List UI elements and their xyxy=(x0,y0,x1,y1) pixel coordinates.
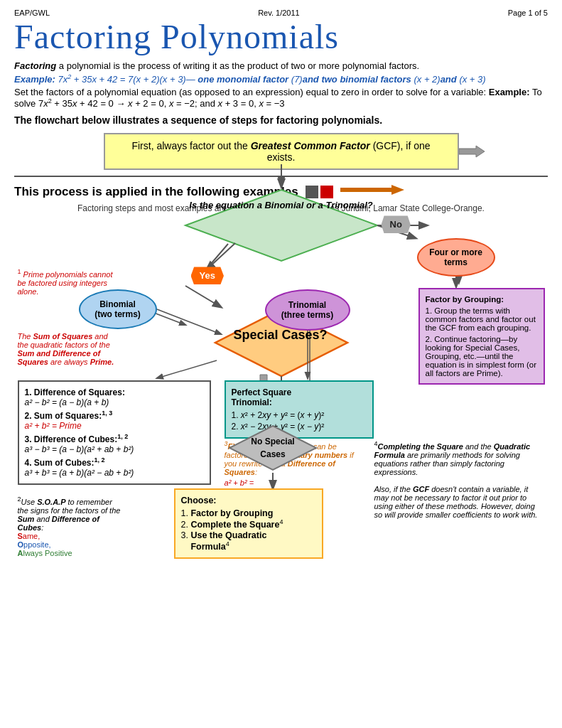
page-title: Factoring Polynomials xyxy=(14,18,548,56)
example-eq: 7x2 + 35x + 42 = 7(x + 2)(x + 3)— one mo… xyxy=(58,74,485,85)
gcf-arrow xyxy=(459,143,485,160)
bottom-section: This process is applied in the following… xyxy=(14,176,548,213)
factor-by-grouping-box: Factor by Grouping: 1. Group the terms w… xyxy=(418,288,545,385)
binomial-ellipse: Binomial(two terms) xyxy=(79,289,157,329)
svg-marker-23 xyxy=(340,185,404,195)
set-line: Set the factors of a polynomial equation… xyxy=(14,87,548,109)
svg-line-21 xyxy=(157,360,217,378)
bottom-note: Factoring steps and most examples are ad… xyxy=(14,203,548,213)
svg-line-5 xyxy=(185,286,221,307)
four-or-more-box: Four or moreterms xyxy=(417,238,495,277)
bottom-arrow xyxy=(340,183,404,200)
svg-marker-0 xyxy=(459,146,485,157)
no-label: No xyxy=(382,215,411,233)
yes-label: Yes xyxy=(191,267,224,284)
header-right: Page 1 of 5 xyxy=(508,9,548,17)
no-special-cases: No Special Cases xyxy=(227,423,319,473)
gcf-box: First, always factor out the Greatest Co… xyxy=(104,133,459,170)
example-line: Example: 7x2 + 35x + 42 = 7(x + 2)(x + 3… xyxy=(14,73,548,85)
intro-rest: a polynomial is the process of writing i… xyxy=(56,60,419,71)
svg-text:Cases: Cases xyxy=(260,449,286,459)
trinomial-ellipse: Trinomial(three terms) xyxy=(265,289,350,331)
header-center: Rev. 1/2011 xyxy=(258,9,300,17)
special-cases-label: Special Cases? xyxy=(221,328,340,343)
choose-box: Choose: 1. Factor by Grouping 2. Complet… xyxy=(174,488,323,558)
bottom-title: This process is applied in the following… xyxy=(14,183,548,200)
color-blocks xyxy=(306,186,333,198)
header: EAP/GWL Rev. 1/2011 Page 1 of 5 xyxy=(14,9,548,17)
flowchart-intro: The flowchart below illustrates a sequen… xyxy=(14,114,548,126)
svg-text:No Special: No Special xyxy=(251,437,294,446)
note2: 2Use S.O.A.P to remember the signs for t… xyxy=(18,496,123,557)
svg-line-3 xyxy=(207,243,235,269)
special-cases-list: 1. Difference of Squares: a² − b² = (a −… xyxy=(18,380,211,485)
intro-line1: Factoring a polynomial is the process of… xyxy=(14,60,548,71)
svg-marker-11 xyxy=(229,426,316,470)
intro-bold: Factoring xyxy=(14,60,56,71)
sum-difference-note: The Sum of Squares and the quadratic fac… xyxy=(18,332,121,366)
note4: 4Completing the Square and the Quadratic… xyxy=(374,440,545,519)
header-left: EAP/GWL xyxy=(14,9,50,17)
example-label: Example: xyxy=(14,74,58,85)
svg-line-16 xyxy=(157,309,221,334)
flowchart: First, always factor out the Greatest Co… xyxy=(15,133,548,170)
